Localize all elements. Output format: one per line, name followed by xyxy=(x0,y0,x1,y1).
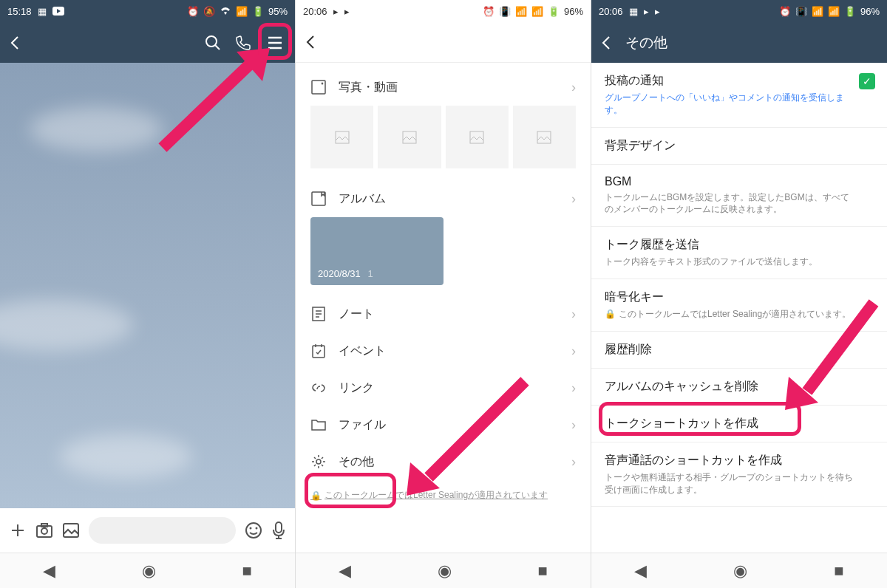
chat-header xyxy=(0,22,295,63)
setting-send-history[interactable]: トーク履歴を送信 トーク内容をテキスト形式のファイルで送信します。 xyxy=(591,227,887,279)
menu-other[interactable]: その他 › xyxy=(296,443,591,480)
setting-voice-shortcut[interactable]: 音声通話のショートカットを作成 トークや無料通話する相手・グループのショートカッ… xyxy=(591,442,887,507)
menu-album[interactable]: アルバム › xyxy=(296,180,591,217)
svg-rect-14 xyxy=(537,131,551,143)
back-icon[interactable] xyxy=(600,35,611,50)
gallery-icon: ▦ xyxy=(629,6,638,17)
battery-icon: 🔋 xyxy=(844,6,856,17)
wifi-icon: 📶 xyxy=(515,6,527,17)
chevron-icon: › xyxy=(571,80,576,95)
menu-note[interactable]: ノート › xyxy=(296,295,591,332)
chevron-icon: › xyxy=(571,343,576,359)
event-icon xyxy=(310,343,327,359)
setting-background[interactable]: 背景デザイン xyxy=(591,128,887,165)
svg-rect-11 xyxy=(336,131,349,143)
menu-event[interactable]: イベント › xyxy=(296,332,591,369)
alarm-icon: ⏰ xyxy=(779,6,791,17)
svg-point-18 xyxy=(316,459,321,464)
setting-bgm[interactable]: BGM トークルームにBGMを設定します。設定したBGMは、すべてのメンバーのト… xyxy=(591,165,887,228)
menu-label: イベント xyxy=(339,343,560,359)
nav-home[interactable]: ◉ xyxy=(438,561,452,581)
wifi-icon xyxy=(220,7,231,16)
android-nav: ◀ ◉ ■ xyxy=(591,553,887,588)
back-icon[interactable] xyxy=(9,35,19,50)
setting-encryption[interactable]: 暗号化キー 🔒このトークルームではLetter Sealingが適用されています… xyxy=(591,279,887,332)
battery-pct: 95% xyxy=(268,6,288,17)
plus-icon[interactable] xyxy=(9,522,27,539)
vibrate-icon: 📳 xyxy=(795,6,807,17)
nav-back[interactable]: ◀ xyxy=(43,561,55,581)
header-title: その他 xyxy=(625,33,878,52)
message-input[interactable] xyxy=(89,517,236,544)
menu-label: アルバム xyxy=(339,191,560,207)
dnd-icon: 🔕 xyxy=(203,6,215,17)
qr-icon: ▦ xyxy=(38,6,47,17)
photo-placeholder[interactable] xyxy=(446,106,509,168)
menu-file[interactable]: ファイル › xyxy=(296,406,591,443)
android-nav: ◀ ◉ ■ xyxy=(0,553,295,588)
youtube-icon: ▸ xyxy=(333,6,339,17)
youtube-icon: ▸ xyxy=(644,6,649,17)
status-bar: 15:18 ▦ ⏰ 🔕 📶 🔋 95% xyxy=(0,0,295,22)
menu-label: 写真・動画 xyxy=(339,80,560,95)
album-thumbnail[interactable]: 2020/8/31 1 xyxy=(310,217,444,285)
emoji-icon[interactable] xyxy=(245,522,262,539)
photo-placeholder[interactable] xyxy=(513,106,576,168)
svg-rect-12 xyxy=(403,131,416,143)
status-time: 20:06 xyxy=(303,6,327,17)
chevron-icon: › xyxy=(571,417,576,433)
photo-placeholder[interactable] xyxy=(378,106,441,168)
menu-label: リンク xyxy=(339,380,560,396)
youtube-icon-2: ▸ xyxy=(655,6,660,17)
mic-icon[interactable] xyxy=(271,521,286,540)
setting-delete-history[interactable]: 履歴削除 xyxy=(591,332,887,369)
youtube-icon xyxy=(52,7,64,16)
youtube-icon-2: ▸ xyxy=(344,6,350,17)
camera-icon[interactable] xyxy=(35,522,53,539)
album-icon xyxy=(310,191,327,207)
vibrate-icon: 📳 xyxy=(499,6,511,17)
menu-icon[interactable] xyxy=(264,33,286,52)
signal-icon: 📶 xyxy=(828,6,840,17)
note-icon xyxy=(310,306,327,322)
call-icon[interactable] xyxy=(234,35,251,51)
chat-body[interactable] xyxy=(0,63,295,508)
album-count: 1 xyxy=(367,268,373,279)
alarm-icon: ⏰ xyxy=(187,6,199,17)
menu-label: ノート xyxy=(339,307,560,322)
svg-point-1 xyxy=(206,36,217,47)
nav-recent[interactable]: ■ xyxy=(537,561,547,581)
photo-placeholder[interactable] xyxy=(310,106,373,168)
file-icon xyxy=(310,417,327,433)
back-icon[interactable] xyxy=(305,35,315,49)
nav-home[interactable]: ◉ xyxy=(733,561,747,581)
photo-grid xyxy=(296,106,591,180)
chevron-icon: › xyxy=(571,454,576,470)
search-icon[interactable] xyxy=(205,35,221,51)
setting-notifications[interactable]: 投稿の通知 グループノートへの「いいね」やコメントの通知を受信します。 ✓ xyxy=(591,63,887,128)
setting-talk-shortcut[interactable]: トークショートカットを作成 xyxy=(591,406,887,442)
setting-delete-album-cache[interactable]: アルバムのキャッシュを削除 xyxy=(591,369,887,406)
nav-back[interactable]: ◀ xyxy=(339,561,351,581)
svg-point-7 xyxy=(250,527,252,530)
nav-home[interactable]: ◉ xyxy=(142,561,156,581)
menu-photos[interactable]: 写真・動画 › xyxy=(296,69,591,106)
chat-input-bar xyxy=(0,508,295,553)
chevron-icon: › xyxy=(571,380,576,396)
encryption-footer[interactable]: 🔒 このトークルームではLetter Sealingが適用されています xyxy=(296,480,591,510)
nav-recent[interactable]: ■ xyxy=(242,561,251,581)
gallery-icon[interactable] xyxy=(62,522,80,539)
menu-label: ファイル xyxy=(339,417,560,433)
gear-icon xyxy=(310,454,327,470)
svg-point-8 xyxy=(256,527,258,530)
nav-recent[interactable]: ■ xyxy=(834,561,843,581)
lock-icon: 🔒 xyxy=(605,308,616,321)
nav-back[interactable]: ◀ xyxy=(634,561,647,581)
checkbox-checked-icon[interactable]: ✓ xyxy=(859,73,875,89)
photo-icon xyxy=(310,79,327,95)
svg-rect-10 xyxy=(312,81,325,94)
menu-link[interactable]: リンク › xyxy=(296,369,591,406)
svg-rect-5 xyxy=(64,524,78,537)
settings-header: その他 xyxy=(591,22,887,63)
menu-label: その他 xyxy=(339,454,560,470)
